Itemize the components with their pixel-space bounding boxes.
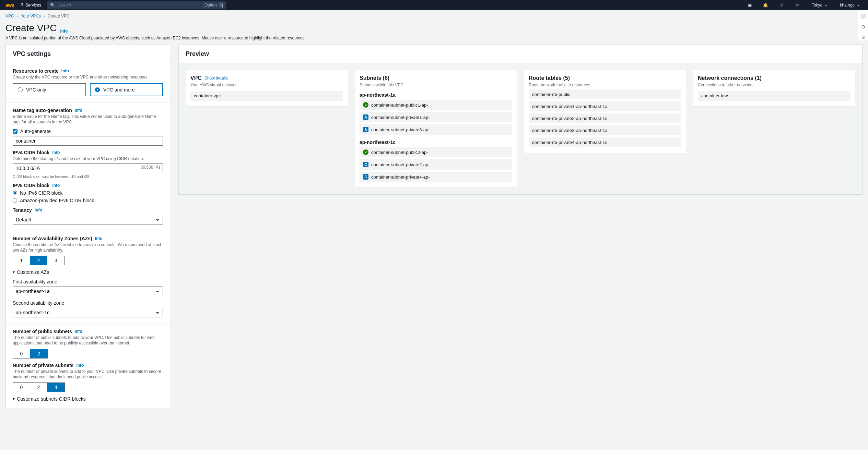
settings-icon[interactable]: ⚙ (793, 3, 802, 8)
page-title: Create VPC (5, 23, 57, 34)
route-resource[interactable]: container-rtb-private1-ap-northeast-1a (529, 101, 681, 111)
settings-title: VPC settings (6, 45, 170, 63)
preview-title: Preview (179, 45, 862, 63)
preview-panel: Preview VPC Show details Your AWS virtua… (178, 45, 863, 195)
preview-connections-col: Network connections (1) Connections to o… (693, 70, 855, 106)
resources-desc: Create only the VPC resource or the VPC … (13, 74, 163, 80)
ipv4-desc: Determine the starting IP and the size o… (13, 156, 163, 161)
priv-4[interactable]: 4 (47, 383, 64, 392)
notifications-icon[interactable]: 🔔 (761, 3, 771, 8)
route-resource[interactable]: container-rtb-private4-ap-northeast-1c (529, 137, 681, 147)
route-resource[interactable]: container-rtb-private3-ap-northeast-1a (529, 125, 681, 135)
user-menu[interactable]: kha.ngo (836, 3, 863, 8)
ipv6-info[interactable]: Info (52, 183, 60, 188)
subnet-resource[interactable]: container-subnet-public2-ap- (360, 147, 512, 157)
psub-sub: Subnets within this VPC (360, 83, 512, 87)
priv-desc: The number of private subnets to add to … (13, 369, 163, 380)
psub-title: Subnets (6) (360, 75, 512, 81)
tenancy-label: Tenancy (13, 207, 32, 213)
search-input[interactable] (58, 3, 201, 8)
private-icon: A (363, 127, 368, 132)
chevron-right-icon: › (17, 14, 18, 19)
pub-0[interactable]: 0 (13, 349, 30, 358)
subnet-resource[interactable]: Acontainer-subnet-private1-ap- (360, 112, 512, 122)
second-az-label: Second availability zone (13, 300, 163, 306)
azs-info[interactable]: Info (95, 236, 103, 241)
ipv6-amazon[interactable]: Amazon-provided IPv6 CIDR block (13, 198, 163, 203)
ipv4-info[interactable]: Info (52, 150, 60, 155)
breadcrumb: VPC › Your VPCs › Create VPC (0, 10, 868, 21)
services-label: Services (25, 3, 41, 8)
region-selector[interactable]: Tokyo (808, 3, 830, 8)
ipv4-ip-count: 65,536 IPs (141, 165, 160, 170)
az-3[interactable]: 3 (47, 256, 64, 265)
priv-2[interactable]: 2 (30, 383, 47, 392)
feedback-icon[interactable]: ⎚ (860, 34, 867, 40)
name-gen-info[interactable]: Info (75, 108, 82, 113)
name-gen-desc: Enter a value for the Name tag. This val… (13, 114, 163, 125)
search-hint: [Option+S] (203, 3, 223, 8)
public-icon (363, 102, 368, 108)
priv-0[interactable]: 0 (13, 383, 30, 392)
aws-logo[interactable]: aws (5, 2, 14, 8)
top-nav: aws ⠿ Services 🔍 [Option+S] ▣ 🔔 ？ ⚙ Toky… (0, 0, 868, 10)
subnet-resource[interactable]: Ccontainer-subnet-private2-ap- (360, 159, 512, 170)
ipv4-label: IPv4 CIDR block (13, 150, 49, 155)
subnet-resource[interactable]: Acontainer-subnet-private3-ap- (360, 124, 512, 135)
preview-routes-col: Route tables (5) Route network traffic t… (524, 70, 686, 153)
tenancy-info[interactable]: Info (35, 208, 42, 212)
proutes-title: Route tables (5) (529, 75, 681, 81)
preview-vpc-col: VPC Show details Your AWS virtual networ… (186, 70, 348, 106)
vpc-and-more-option[interactable]: VPC and more (90, 83, 163, 96)
tenancy-select[interactable]: Default (13, 215, 163, 224)
az-1[interactable]: 1 (13, 256, 30, 265)
page-header: Create VPC Info (0, 21, 868, 34)
resources-label: Resources to create (13, 68, 59, 74)
second-az-select[interactable]: ap-northeast-1c (13, 308, 163, 317)
pvpc-sub: Your AWS virtual network (190, 83, 343, 87)
resources-info[interactable]: Info (61, 69, 69, 73)
az1-header: ap-northeast-1a (360, 92, 512, 98)
route-resource[interactable]: container-rtb-private2-ap-northeast-1c (529, 113, 681, 123)
vpc-resource[interactable]: container-vpc (190, 91, 343, 101)
pconn-title: Network connections (1) (698, 75, 851, 81)
auto-generate-input[interactable] (13, 129, 17, 134)
vpc-settings-panel: VPC settings Resources to create Info Cr… (5, 45, 170, 408)
private-icon: A (363, 114, 368, 120)
vpc-more-label: VPC and more (103, 87, 135, 93)
pvpc-title: VPC (190, 75, 202, 81)
customize-cidr-toggle[interactable]: Customize subnets CIDR blocks (13, 396, 163, 402)
settings-panel-icon[interactable]: ⊙ (860, 23, 867, 30)
public-icon (363, 149, 368, 155)
vpc-only-label: VPC only (26, 87, 46, 93)
auto-generate-checkbox[interactable]: Auto-generate (13, 129, 163, 134)
vpc-only-option[interactable]: VPC only (13, 83, 86, 96)
crumb-vpc[interactable]: VPC (5, 14, 14, 19)
customize-azs-toggle[interactable]: Customize AZs (13, 269, 163, 275)
az-2[interactable]: 2 (30, 256, 47, 265)
first-az-select[interactable]: ap-northeast-1a (13, 287, 163, 296)
subnet-resource[interactable]: Ccontainer-subnet-private4-ap- (360, 172, 512, 182)
name-prefix-input[interactable] (13, 136, 163, 146)
grid-icon: ⠿ (20, 3, 23, 8)
ipv6-none[interactable]: No IPv6 CIDR block (13, 190, 163, 196)
show-details-link[interactable]: Show details (204, 76, 228, 81)
help-icon[interactable]: ？ (777, 2, 786, 8)
pub-info[interactable]: Info (75, 329, 82, 334)
azs-segmented: 1 2 3 (13, 256, 65, 265)
priv-info[interactable]: Info (76, 363, 84, 368)
page-info-link[interactable]: Info (60, 29, 68, 34)
ipv6-label: IPv6 CIDR block (13, 183, 49, 188)
connection-resource[interactable]: container-igw (698, 91, 851, 101)
cloudshell-icon[interactable]: ▣ (745, 3, 755, 8)
info-panel-icon[interactable]: ⓘ (860, 13, 867, 20)
private-icon: C (363, 162, 368, 167)
pub-2[interactable]: 2 (30, 349, 47, 358)
auto-generate-label: Auto-generate (20, 129, 51, 134)
services-menu[interactable]: ⠿ Services (20, 3, 41, 8)
global-search[interactable]: 🔍 [Option+S] (47, 1, 226, 9)
route-resource[interactable]: container-rtb-public (529, 89, 681, 99)
proutes-sub: Route network traffic to resources (529, 83, 681, 87)
subnet-resource[interactable]: container-subnet-public1-ap- (360, 100, 512, 110)
crumb-your-vpcs[interactable]: Your VPCs (21, 14, 41, 19)
